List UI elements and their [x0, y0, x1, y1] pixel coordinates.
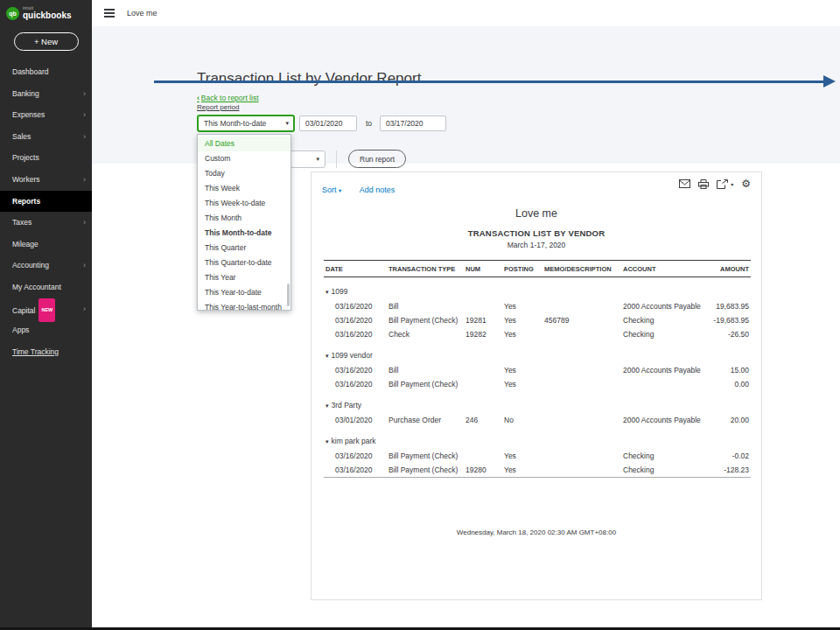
sidebar-item-workers[interactable]: Workers›: [0, 169, 92, 191]
report-period-select[interactable]: This Month-to-date ▾: [197, 115, 295, 132]
dropdown-option[interactable]: This Quarter: [198, 241, 290, 256]
transaction-cell: Checking: [621, 327, 710, 341]
report-toolbar: Sort ▾ Add notes ▾ ⚙: [312, 172, 761, 193]
transaction-cell: Checking: [621, 449, 710, 463]
dropdown-option[interactable]: This Year: [198, 270, 290, 285]
collapse-caret-icon[interactable]: ▾: [326, 402, 329, 409]
period-dropdown-list: All DatesCustomTodayThis WeekThis Week-t…: [197, 134, 291, 311]
transaction-cell: Yes: [502, 377, 542, 391]
transaction-row[interactable]: 03/16/2020Check19282YesChecking-26.50: [324, 327, 751, 341]
transaction-row[interactable]: 03/16/2020BillYes2000 Accounts Payable15…: [324, 363, 751, 377]
chevron-down-icon: ▾: [316, 156, 319, 163]
transaction-row[interactable]: 03/16/2020Bill Payment (Check)19280YesCh…: [324, 463, 751, 478]
transaction-cell: Purchase Order: [387, 413, 464, 427]
chevron-right-icon: ›: [83, 83, 86, 105]
vendor-group-row[interactable]: ▾1099: [324, 277, 751, 300]
column-header: MEMO/DESCRIPTION: [542, 261, 621, 277]
dropdown-option[interactable]: Custom: [198, 151, 290, 166]
sidebar-item-label: Reports: [12, 197, 40, 206]
report-company-name: Love me: [312, 207, 761, 220]
dropdown-option[interactable]: This Week-to-date: [198, 196, 290, 211]
sidebar-item-accounting[interactable]: Accounting›: [0, 255, 92, 276]
transaction-cell: [542, 299, 621, 313]
transaction-cell: Bill Payment (Check): [387, 463, 464, 478]
print-icon[interactable]: [698, 179, 709, 189]
sidebar-item-taxes[interactable]: Taxes›: [0, 212, 92, 234]
dropdown-option[interactable]: All Dates: [198, 136, 290, 151]
transaction-cell: Bill Payment (Check): [387, 449, 464, 463]
sidebar-item-label: Projects: [12, 153, 39, 162]
transaction-row[interactable]: 03/16/2020Bill Payment (Check)Yes0.00: [324, 377, 751, 391]
sidebar-item-mileage[interactable]: Mileage: [0, 234, 92, 256]
back-to-report-list-link[interactable]: ‹Back to report list: [197, 94, 259, 102]
transaction-row[interactable]: 03/16/2020BillYes2000 Accounts Payable19…: [324, 299, 751, 313]
sidebar-item-label: Time Tracking: [12, 347, 59, 356]
back-chevron-icon: ‹: [197, 94, 200, 102]
chevron-down-icon: ▾: [285, 120, 289, 127]
sidebar-item-sales[interactable]: Sales›: [0, 126, 92, 148]
dropdown-option[interactable]: This Month-to-date: [198, 226, 290, 241]
dropdown-option[interactable]: This Quarter-to-date: [198, 256, 290, 270]
dropdown-option[interactable]: Today: [198, 166, 290, 181]
sidebar-item-apps[interactable]: Apps: [0, 319, 92, 341]
transaction-cell: [464, 299, 502, 313]
date-from-input[interactable]: [299, 116, 357, 131]
sidebar: qb intuit quickbooks + New DashboardBank…: [0, 0, 92, 630]
sidebar-item-my-accountant[interactable]: My Accountant: [0, 276, 92, 298]
collapse-caret-icon[interactable]: ▾: [326, 353, 329, 359]
sidebar-item-expenses[interactable]: Expenses›: [0, 104, 92, 126]
report-footer-timestamp: Wednesday, March 18, 2020 02:30 AM GMT+0…: [312, 528, 761, 536]
transaction-cell: 20.00: [710, 413, 751, 427]
transaction-cell: Yes: [502, 327, 542, 341]
gear-icon[interactable]: ⚙: [741, 178, 751, 189]
vendor-group-row[interactable]: ▾3rd Party: [324, 391, 751, 413]
email-icon[interactable]: [679, 179, 690, 188]
transaction-row[interactable]: 03/01/2020Purchase Order246No2000 Accoun…: [324, 413, 751, 427]
collapse-caret-icon[interactable]: ▾: [326, 289, 329, 295]
sidebar-item-label: Dashboard: [12, 67, 49, 76]
vendor-group-row[interactable]: ▾kim park park: [324, 427, 751, 449]
export-icon[interactable]: [717, 179, 728, 189]
transaction-cell: [542, 377, 621, 391]
date-to-input[interactable]: [380, 116, 446, 131]
brand-text: intuit quickbooks: [23, 7, 72, 20]
transaction-cell: [542, 363, 621, 377]
column-header: AMOUNT: [710, 261, 751, 277]
sidebar-item-banking[interactable]: Banking›: [0, 83, 92, 105]
dropdown-scrollbar[interactable]: [287, 284, 290, 306]
transaction-cell: Yes: [502, 449, 542, 463]
sidebar-item-reports[interactable]: Reports: [0, 191, 92, 213]
hamburger-menu-icon[interactable]: [104, 9, 115, 18]
export-caret-icon[interactable]: ▾: [731, 181, 733, 187]
report-period-label: Report period: [197, 103, 239, 111]
vendor-group-row[interactable]: ▾1099 vendor: [324, 341, 751, 363]
sidebar-item-time-tracking[interactable]: Time Tracking: [0, 341, 92, 363]
dropdown-option[interactable]: This Year-to-last-month: [198, 300, 290, 311]
sort-label: Sort: [322, 186, 337, 194]
sort-button[interactable]: Sort ▾: [322, 186, 341, 194]
sidebar-item-dashboard[interactable]: Dashboard: [0, 61, 92, 83]
dropdown-option[interactable]: This Week: [198, 181, 290, 196]
transaction-row[interactable]: 03/16/2020Bill Payment (Check)19281Yes45…: [324, 313, 751, 327]
transaction-cell: Checking: [621, 463, 710, 478]
transaction-table: DATETRANSACTION TYPENUMPOSTINGMEMO/DESCR…: [324, 260, 751, 478]
transaction-row[interactable]: 03/16/2020Bill Payment (Check)YesCheckin…: [324, 449, 751, 463]
transaction-cell: 19281: [464, 313, 502, 327]
add-notes-button[interactable]: Add notes: [360, 186, 396, 194]
sidebar-item-label: Capital: [12, 305, 35, 314]
topbar: Love me: [92, 0, 840, 26]
transaction-cell: Yes: [502, 313, 542, 327]
dropdown-option[interactable]: This Month: [198, 211, 290, 226]
sidebar-item-capital[interactable]: CapitalNEW›: [0, 298, 92, 320]
sidebar-item-projects[interactable]: Projects: [0, 147, 92, 169]
collapse-caret-icon[interactable]: ▾: [326, 438, 329, 444]
transaction-cell: Bill Payment (Check): [387, 313, 464, 327]
quickbooks-logo-icon: qb: [6, 7, 19, 20]
dropdown-option[interactable]: This Year-to-date: [198, 285, 290, 300]
new-button[interactable]: + New: [14, 32, 79, 51]
company-name: Love me: [127, 9, 158, 18]
transaction-cell: [542, 413, 621, 427]
transaction-cell: 2000 Accounts Payable: [621, 413, 710, 427]
run-report-button[interactable]: Run report: [348, 150, 406, 168]
page-title: Transaction List by Vendor Report: [197, 70, 421, 88]
